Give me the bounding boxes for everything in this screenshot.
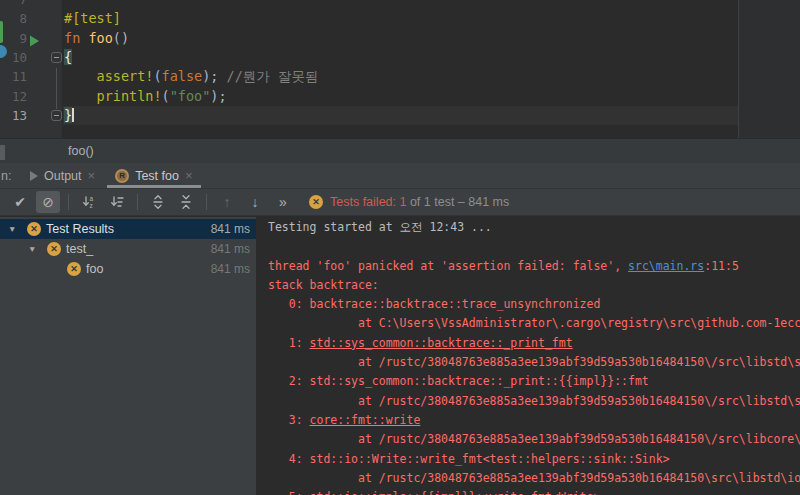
- svg-text:z: z: [90, 202, 93, 209]
- source-file-link[interactable]: src\main.rs: [628, 259, 704, 273]
- close-icon[interactable]: ×: [88, 169, 96, 182]
- test-node-label: Test Results: [46, 219, 114, 239]
- console-text: 2: std::sys_common::backtrace::_print::{…: [268, 374, 649, 388]
- test-runner-toolbar: ✔⊘az↑↓» ✕ Tests failed: 1 of 1 test – 84…: [0, 189, 800, 216]
- tab-output-label: Output: [44, 169, 82, 183]
- close-icon[interactable]: ×: [185, 169, 193, 182]
- console-text: 0: backtrace::backtrace::trace_unsynchro…: [268, 297, 600, 311]
- rust-icon: R: [115, 169, 129, 183]
- tests-failed-icon: ✕: [309, 195, 323, 209]
- toolwindow-label-clipped: n:: [1, 163, 11, 189]
- console-text: 4: std::io::Write::write_fmt<test::helpe…: [268, 452, 670, 466]
- run-test-icon[interactable]: [29, 33, 40, 45]
- console-line: 4: std::io::Write::write_fmt<test::helpe…: [268, 450, 800, 469]
- code-text: println!("foo");: [64, 87, 227, 106]
- tab-test-foo-label: Test foo: [135, 169, 179, 183]
- fold-marker-icon[interactable]: [51, 110, 62, 121]
- code-line-10: 10{: [0, 48, 800, 68]
- console-line: Testing started at 오전 12:43 ...: [268, 218, 800, 237]
- test-failed-icon: ✕: [47, 242, 61, 256]
- test-duration: 841 ms: [211, 239, 250, 259]
- show-ignored-button[interactable]: ⊘: [36, 191, 60, 213]
- expand-all-button[interactable]: [146, 191, 170, 213]
- ide-window: 78#[test]9fn foo()10{11 assert!(false); …: [0, 0, 800, 495]
- test-status: ✕ Tests failed: 1 of 1 test – 841 ms: [309, 195, 509, 209]
- console-line: at /rustc/38048763e885a3ee139abf39d59a53…: [268, 353, 800, 372]
- line-number: 11: [0, 67, 27, 86]
- expand-arrow-icon[interactable]: ▼: [28, 244, 36, 254]
- run-toolwindow-tabbar: n: Output × R Test foo ×: [0, 163, 800, 189]
- clipped-ui-fragment: [0, 145, 5, 160]
- test-failed-icon: ✕: [67, 262, 81, 276]
- next-occurrence-button[interactable]: ↓: [243, 191, 267, 213]
- run-toolwindow-content: ▼✕Test Results841 ms▼✕test_841 ms✕foo841…: [0, 217, 800, 495]
- text-caret: [72, 108, 74, 122]
- line-number: 8: [0, 9, 27, 28]
- test-results-tree[interactable]: ▼✕Test Results841 ms▼✕test_841 ms✕foo841…: [0, 217, 256, 495]
- more-actions-button[interactable]: »: [271, 191, 295, 213]
- test-tree-row-test-[interactable]: ▼✕test_841 ms: [0, 239, 256, 259]
- test-console-output[interactable]: Testing started at 오전 12:43 ... thread '…: [256, 217, 800, 495]
- collapse-all-button[interactable]: [174, 191, 198, 213]
- stack-frame-link[interactable]: std::sys_common::backtrace::_print_fmt: [310, 336, 573, 350]
- test-duration: 841 ms: [211, 259, 250, 279]
- test-node-label: foo: [86, 259, 103, 279]
- show-passed-button[interactable]: ✔: [8, 191, 32, 213]
- test-duration: 841 ms: [211, 219, 250, 239]
- toolbar-separator: [137, 194, 138, 210]
- tab-test-foo[interactable]: R Test foo ×: [105, 163, 202, 188]
- status-failed-text: Tests failed: 1: [330, 195, 406, 209]
- code-text: }: [64, 106, 74, 125]
- console-text: at /rustc/38048763e885a3ee139abf39d59a53…: [268, 432, 800, 446]
- console-text: 3:: [268, 413, 310, 427]
- status-detail-text: of 1 test – 841 ms: [406, 195, 509, 209]
- console-line: 1: std::sys_common::backtrace::_print_fm…: [268, 334, 800, 353]
- console-text: Testing started at 오전 12:43 ...: [268, 220, 492, 234]
- console-line: stack backtrace:: [268, 276, 800, 295]
- line-number: 7: [0, 0, 27, 9]
- code-line-11: 11 assert!(false); //뭔가 잘못됨: [0, 67, 800, 87]
- console-line: 3: core::fmt::write: [268, 411, 800, 430]
- sort-by-duration-button[interactable]: [105, 191, 129, 213]
- test-tree-row-test-results[interactable]: ▼✕Test Results841 ms: [0, 219, 256, 239]
- code-text: assert!(false); //뭔가 잘못됨: [64, 67, 319, 86]
- expand-arrow-icon[interactable]: ▼: [8, 224, 16, 234]
- console-line: [268, 237, 800, 256]
- fold-marker-icon[interactable]: [51, 52, 62, 63]
- test-node-label: test_: [66, 239, 93, 259]
- previous-occurrence-button[interactable]: ↑: [215, 191, 239, 213]
- code-text: fn foo(): [64, 29, 129, 48]
- sort-alphabetically-button[interactable]: az: [77, 191, 101, 213]
- console-line: 0: backtrace::backtrace::trace_unsynchro…: [268, 295, 800, 314]
- console-text: at C:\Users\VssAdministrator\.cargo\regi…: [268, 316, 800, 330]
- console-text: stack backtrace:: [268, 278, 379, 292]
- console-text: at /rustc/38048763e885a3ee139abf39d59a53…: [268, 394, 800, 408]
- console-line: at /rustc/38048763e885a3ee139abf39d59a53…: [268, 469, 800, 488]
- stack-frame-link[interactable]: core::fmt::write: [310, 413, 421, 427]
- code-editor[interactable]: 78#[test]9fn foo()10{11 assert!(false); …: [0, 0, 800, 138]
- test-tree-row-foo[interactable]: ✕foo841 ms: [0, 259, 256, 279]
- run-icon: [30, 171, 38, 181]
- test-failed-icon: ✕: [27, 222, 41, 236]
- line-number: 10: [0, 48, 27, 67]
- console-line: at C:\Users\VssAdministrator\.cargo\regi…: [268, 314, 800, 333]
- console-line: at /rustc/38048763e885a3ee139abf39d59a53…: [268, 392, 800, 411]
- code-text: #[test]: [64, 9, 121, 28]
- console-text: 5: std::io::impls::{{impl}}::write_fmt<W…: [268, 490, 600, 495]
- console-text: thread 'foo' panicked at 'assertion fail…: [268, 259, 628, 273]
- tab-output[interactable]: Output ×: [20, 163, 105, 188]
- line-number: 9: [0, 29, 27, 48]
- code-line-9: 9fn foo(): [0, 29, 800, 49]
- console-text: at /rustc/38048763e885a3ee139abf39d59a53…: [268, 355, 800, 369]
- toolbar-separator: [68, 194, 69, 210]
- line-number: 13: [0, 106, 27, 125]
- breadcrumb-item-foo[interactable]: foo(): [68, 139, 94, 163]
- code-line-8: 8#[test]: [0, 9, 800, 29]
- console-line: thread 'foo' panicked at 'assertion fail…: [268, 257, 800, 276]
- toolbar-separator: [206, 194, 207, 210]
- code-text: {: [64, 48, 72, 67]
- breadcrumb-bar: foo(): [0, 138, 800, 163]
- console-line: 2: std::sys_common::backtrace::_print::{…: [268, 372, 800, 391]
- code-line-13: 13}: [0, 106, 800, 126]
- console-text: at /rustc/38048763e885a3ee139abf39d59a53…: [268, 471, 800, 485]
